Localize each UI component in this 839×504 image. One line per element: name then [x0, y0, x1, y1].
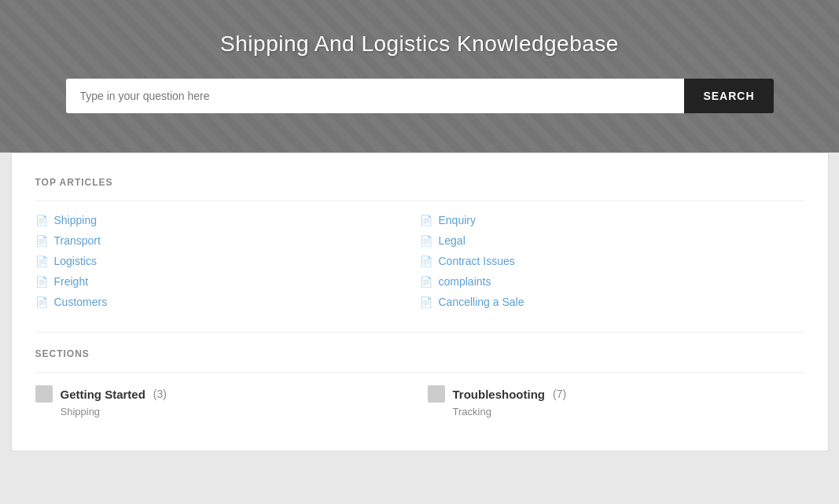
article-item-legal[interactable]: 📄Legal [420, 234, 804, 247]
top-articles-section: TOP ARTICLES 📄Shipping📄Transport📄Logisti… [35, 177, 804, 308]
doc-icon: 📄 [35, 215, 48, 226]
article-item-shipping[interactable]: 📄Shipping [35, 214, 420, 226]
doc-icon: 📄 [420, 256, 432, 267]
article-label: Cancelling a Sale [439, 296, 524, 308]
article-label: Customers [54, 296, 108, 308]
doc-icon: 📄 [35, 235, 48, 247]
article-label: Enquiry [439, 214, 476, 226]
main-content: TOP ARTICLES 📄Shipping📄Transport📄Logisti… [11, 153, 829, 451]
article-label: Shipping [54, 214, 98, 226]
article-item-enquiry[interactable]: 📄Enquiry [420, 214, 804, 226]
article-item-transport[interactable]: 📄Transport [35, 234, 420, 247]
page-title: Shipping And Logistics Knowledgebase [16, 31, 823, 57]
doc-icon: 📄 [35, 256, 48, 267]
section-card-getting-started: Getting Started (3) Shipping [35, 385, 412, 418]
article-item-freight[interactable]: 📄Freight [35, 275, 420, 288]
section-count: (7) [553, 388, 566, 400]
section-subtitle: Tracking [428, 406, 804, 418]
article-item-contract-issues[interactable]: 📄Contract Issues [420, 255, 804, 267]
search-input[interactable] [66, 79, 685, 113]
article-item-customers[interactable]: 📄Customers [35, 296, 420, 308]
doc-icon: 📄 [35, 276, 48, 288]
sections-block: SECTIONS Getting Started (3) Shipping Tr… [35, 332, 804, 418]
folder-icon [428, 385, 445, 403]
doc-icon: 📄 [420, 235, 432, 247]
section-subtitle: Shipping [35, 406, 412, 418]
section-title-label: Getting Started [61, 388, 145, 401]
articles-right-column: 📄Enquiry📄Legal📄Contract Issues📄complaint… [420, 214, 804, 308]
articles-left-column: 📄Shipping📄Transport📄Logistics📄Freight📄Cu… [35, 214, 420, 308]
article-item-logistics[interactable]: 📄Logistics [35, 255, 420, 267]
article-label: Contract Issues [439, 255, 515, 267]
article-label: Transport [54, 234, 101, 247]
sections-label: SECTIONS [35, 348, 804, 359]
header: Shipping And Logistics Knowledgebase SEA… [0, 0, 839, 153]
article-label: complaints [439, 275, 491, 288]
sections-grid: Getting Started (3) Shipping Troubleshoo… [35, 372, 804, 418]
doc-icon: 📄 [420, 276, 432, 288]
article-item-cancelling-a-sale[interactable]: 📄Cancelling a Sale [420, 296, 804, 308]
doc-icon: 📄 [420, 215, 432, 226]
article-label: Legal [439, 234, 465, 247]
folder-icon [35, 385, 53, 403]
doc-icon: 📄 [35, 296, 48, 308]
section-title-label: Troubleshooting [453, 388, 546, 401]
article-label: Freight [54, 275, 89, 288]
section-card-title-troubleshooting[interactable]: Troubleshooting (7) [428, 385, 804, 403]
articles-grid: 📄Shipping📄Transport📄Logistics📄Freight📄Cu… [35, 200, 804, 308]
section-card-troubleshooting: Troubleshooting (7) Tracking [428, 385, 804, 418]
article-label: Logistics [54, 255, 97, 267]
article-item-complaints[interactable]: 📄complaints [420, 275, 804, 288]
section-card-title-getting-started[interactable]: Getting Started (3) [35, 385, 412, 403]
search-button[interactable]: SEARCH [684, 79, 773, 113]
top-articles-label: TOP ARTICLES [35, 177, 804, 188]
section-count: (3) [153, 388, 167, 400]
doc-icon: 📄 [420, 296, 432, 308]
search-bar: SEARCH [66, 79, 774, 113]
